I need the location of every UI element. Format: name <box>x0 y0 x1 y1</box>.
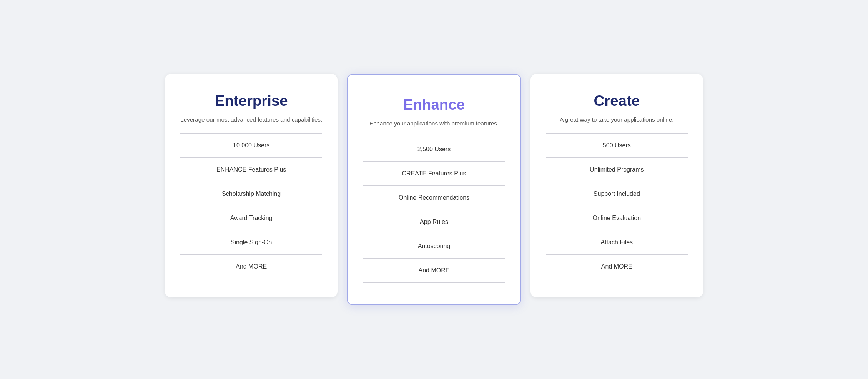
enhance-feature-3: App Rules <box>363 210 505 234</box>
enterprise-title: Enterprise <box>180 92 322 109</box>
card-enterprise: EnterpriseLeverage our most advanced fea… <box>165 74 338 298</box>
create-feature-3: Online Evaluation <box>546 206 688 230</box>
enterprise-feature-4: Single Sign-On <box>180 230 322 255</box>
enterprise-feature-2: Scholarship Matching <box>180 182 322 206</box>
create-description: A great way to take your applications on… <box>546 115 688 124</box>
create-feature-4: Attach Files <box>546 230 688 255</box>
create-title: Create <box>546 92 688 109</box>
enterprise-feature-5: And MORE <box>180 255 322 279</box>
card-create: CreateA great way to take your applicati… <box>530 74 703 298</box>
enhance-feature-1: CREATE Features Plus <box>363 162 505 186</box>
enterprise-feature-3: Award Tracking <box>180 206 322 230</box>
enhance-title: Enhance <box>363 96 505 113</box>
enhance-feature-4: Autoscoring <box>363 234 505 259</box>
enhance-feature-0: 2,500 Users <box>363 137 505 162</box>
create-feature-5: And MORE <box>546 255 688 279</box>
enhance-feature-2: Online Recommendations <box>363 186 505 210</box>
pricing-container: EnterpriseLeverage our most advanced fea… <box>165 74 703 306</box>
enterprise-feature-1: ENHANCE Features Plus <box>180 158 322 182</box>
create-feature-1: Unlimited Programs <box>546 158 688 182</box>
enhance-description: Enhance your applications with premium f… <box>363 119 505 128</box>
create-feature-2: Support Included <box>546 182 688 206</box>
enhance-feature-5: And MORE <box>363 259 505 283</box>
card-enhance: EnhanceEnhance your applications with pr… <box>347 74 521 306</box>
enterprise-description: Leverage our most advanced features and … <box>180 115 322 124</box>
enterprise-feature-0: 10,000 Users <box>180 134 322 158</box>
create-feature-0: 500 Users <box>546 134 688 158</box>
